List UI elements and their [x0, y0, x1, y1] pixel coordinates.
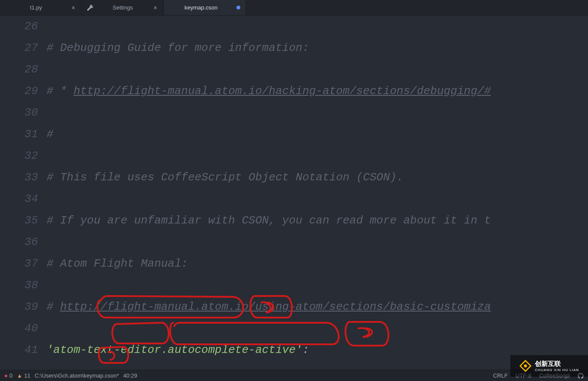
diagnostics-warnings[interactable]: 11 [17, 372, 30, 379]
tab-keymap[interactable]: keymap.cson [164, 0, 246, 15]
wrench-icon [87, 5, 93, 11]
watermark-title: 创新互联 [535, 360, 579, 368]
close-icon[interactable]: × [70, 5, 76, 11]
tab-bar: t1.py × Settings × keymap.cson [0, 0, 588, 16]
watermark-sub: CHUANG XIN HU LIAN [535, 368, 579, 372]
code-area[interactable]: # Debugging Guide for more information: … [47, 16, 588, 370]
modified-dot-icon[interactable] [236, 6, 240, 9]
svg-point-0 [524, 365, 527, 368]
line-number: 36 [0, 231, 38, 253]
line-number: 32 [0, 145, 38, 167]
text-editor[interactable]: 26 27 28 29 30 31 32 33 34 35 36 37 38 3… [0, 16, 588, 370]
line-number: 31 [0, 123, 38, 145]
code-text: # * [47, 85, 73, 98]
line-number: 34 [0, 188, 38, 210]
status-bar: 0 11 C:\Users\Gcl\.atom\keymap.cson* 40:… [0, 370, 588, 381]
code-text: 'atom-text-editor.autocomplete-active' [47, 343, 302, 356]
code-text: # [47, 128, 53, 141]
tab-title: keymap.cson [169, 4, 233, 11]
watermark-logo-icon [519, 360, 531, 372]
line-number: 35 [0, 210, 38, 231]
line-number: 37 [0, 253, 38, 274]
code-link[interactable]: http://flight-manual.atom.io/hacking-ato… [73, 85, 491, 98]
diagnostics-errors[interactable]: 0 [4, 372, 13, 379]
tab-settings[interactable]: Settings × [82, 0, 164, 15]
code-text: # Atom Flight Manual: [47, 257, 188, 270]
line-number: 27 [0, 37, 38, 59]
code-link[interactable]: http://flight-manual.atom.io/using-atom/… [60, 300, 491, 313]
line-number: 26 [0, 16, 38, 37]
line-number: 30 [0, 102, 38, 123]
watermark-overlay: 创新互联 CHUANG XIN HU LIAN [510, 355, 588, 377]
tab-t1py[interactable]: t1.py × [0, 0, 82, 15]
tab-title: Settings [97, 4, 149, 11]
line-number: 41 [0, 339, 38, 361]
tab-title: t1.py [5, 4, 67, 11]
line-number: 28 [0, 59, 38, 80]
code-text: : [302, 343, 309, 356]
line-ending-selector[interactable]: CRLF [493, 372, 508, 379]
code-text: # This file uses CoffeeScript Object Not… [47, 171, 403, 184]
code-text: # If you are unfamiliar with CSON, you c… [47, 214, 491, 227]
code-text: # [47, 300, 60, 313]
code-text: # Debugging Guide for more information: [47, 41, 309, 54]
line-number: 38 [0, 274, 38, 296]
line-number: 39 [0, 296, 38, 318]
file-path[interactable]: C:\Users\Gcl\.atom\keymap.cson* [35, 372, 119, 379]
close-icon[interactable]: × [152, 5, 158, 11]
line-number-gutter: 26 27 28 29 30 31 32 33 34 35 36 37 38 3… [0, 16, 47, 370]
line-number: 33 [0, 167, 38, 188]
line-number: 29 [0, 80, 38, 102]
line-number: 40 [0, 318, 38, 339]
cursor-position[interactable]: 40:29 [123, 372, 138, 379]
